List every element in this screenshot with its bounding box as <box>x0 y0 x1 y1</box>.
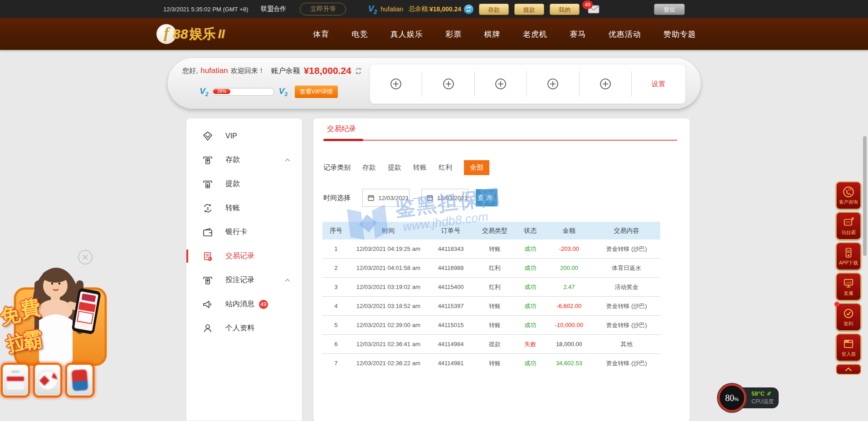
site-logo[interactable]: f 88 娱乐 II <box>156 24 224 44</box>
nav-item-horse-racing[interactable]: 赛马 <box>570 29 586 39</box>
logout-button[interactable]: 登出 <box>654 4 685 15</box>
refresh-account-balance-icon[interactable] <box>355 67 362 75</box>
search-button[interactable]: 查询 <box>476 189 497 206</box>
settings-link[interactable]: 设置 <box>632 80 685 88</box>
svg-text:24: 24 <box>848 188 852 191</box>
promo-slot-reels <box>1 363 94 397</box>
vip-detail-button[interactable]: 查看VIP详情 <box>295 85 338 98</box>
cell-amount: -6,602.00 <box>546 297 593 316</box>
check-in-button[interactable]: 签到 <box>836 303 861 331</box>
table-row: 3 12/03/2021 03:19:02 am 44115400 红利 成功 … <box>322 278 660 297</box>
cell-time: 12/03/2021 02:39:00 am <box>350 316 427 335</box>
filter-transfer[interactable]: 转账 <box>413 163 427 172</box>
nav-item-sponsorship[interactable]: 赞助专题 <box>663 29 696 39</box>
nav-item-esports[interactable]: 电竞 <box>351 29 368 39</box>
add-slot-button[interactable] <box>370 77 422 91</box>
logo-name: 娱乐 <box>189 25 215 43</box>
launcher-button[interactable]: 登入器 <box>836 333 861 362</box>
cell-seq: 5 <box>322 316 350 335</box>
scrollbar-thumb[interactable] <box>863 136 867 256</box>
cell-status: 成功 <box>515 354 546 373</box>
filter-all[interactable]: 全部 <box>464 160 489 175</box>
sidebar-item-site-messages[interactable]: 站内消息 49 <box>186 292 302 316</box>
cell-seq: 3 <box>322 278 350 297</box>
plus-circle-icon <box>599 77 612 91</box>
nav-item-promotions[interactable]: 优惠活动 <box>609 29 641 39</box>
leaf-icon <box>766 391 771 397</box>
browser-window-icon <box>843 338 854 350</box>
vip-level-icon: V2 <box>368 4 377 15</box>
nav-item-board-games[interactable]: 棋牌 <box>484 29 501 39</box>
sidebar-item-withdraw[interactable]: 提款 <box>186 172 302 196</box>
header-seq: 序号 <box>322 222 350 240</box>
withdraw-button[interactable]: 提款 <box>514 4 544 15</box>
play-slots-button[interactable]: 777 玩拉霸 <box>836 212 861 240</box>
sidebar-item-bank-card[interactable]: 银行卡 <box>186 220 302 244</box>
sidebar-item-profile[interactable]: 个人资料 <box>186 316 302 340</box>
add-slot-button[interactable] <box>580 77 631 91</box>
cell-order: 44116988 <box>427 259 474 278</box>
nav-menu: 体育 电竞 真人娱乐 彩票 棋牌 老虎机 赛马 优惠活动 赞助专题 <box>313 18 696 50</box>
vip-next-icon: V3 <box>278 87 287 97</box>
withdraw-icon <box>202 178 214 190</box>
table-row: 5 12/03/2021 02:39:00 am 44115015 转账 成功 … <box>322 316 660 335</box>
table-row: 6 12/03/2021 02:36:41 am 44114984 提款 失败 … <box>322 335 660 354</box>
cell-type: 红利 <box>474 278 515 297</box>
tab-transaction-records[interactable]: 交易纪录 <box>327 124 356 134</box>
sidebar-item-transaction-records[interactable]: 交易记录 <box>186 244 302 268</box>
cpu-temp-value: 58°C <box>751 390 765 397</box>
nav-item-live-casino[interactable]: 真人娱乐 <box>390 29 423 39</box>
tab-active-indicator <box>323 139 363 141</box>
sidebar-item-vip[interactable]: VIP <box>186 124 302 148</box>
sidebar-item-deposit[interactable]: 存款 <box>186 148 302 172</box>
message-count-badge: 49 <box>259 300 268 309</box>
filter-label: 记录类别 <box>323 163 351 172</box>
customer-service-button[interactable]: 24 客户咨询 <box>836 181 861 210</box>
chevron-up-icon <box>285 279 290 282</box>
cell-type: 转账 <box>474 354 515 373</box>
messages-mail-icon[interactable]: 49 <box>588 5 600 14</box>
nav-item-lottery[interactable]: 彩票 <box>445 29 462 39</box>
add-slot-button[interactable] <box>527 77 579 91</box>
app-download-button[interactable]: APP下载 <box>836 242 861 270</box>
add-slot-button[interactable] <box>475 77 527 91</box>
date-to-input[interactable]: 12/03/2021 <box>421 189 468 207</box>
main-nav-bar: f 88 娱乐 II 体育 电竞 真人娱乐 彩票 棋牌 老虎机 赛马 优惠活动 … <box>0 18 868 50</box>
logo-number: 88 <box>173 26 188 42</box>
phone-24-icon: 24 <box>843 186 854 198</box>
cell-amount: -203.00 <box>546 240 593 259</box>
cell-status: 成功 <box>515 316 546 335</box>
top-bar: 12/3/2021 5:35:02 PM (GMT +8) 联盟合作 立即升等 … <box>0 0 868 18</box>
notification-dot <box>834 302 839 307</box>
date-range-separator: – <box>414 194 417 201</box>
chevron-up-icon <box>285 158 290 162</box>
upgrade-button[interactable]: 立即升等 <box>300 3 346 15</box>
cell-seq: 7 <box>322 354 350 373</box>
alliance-link[interactable]: 联盟合作 <box>261 5 286 13</box>
refresh-balance-icon[interactable] <box>464 5 473 14</box>
filter-deposit[interactable]: 存款 <box>362 163 376 172</box>
betting-record-icon <box>202 274 214 286</box>
vip-progress-bar: 28% <box>212 88 274 96</box>
nav-item-slots[interactable]: 老虎机 <box>523 29 547 39</box>
plus-circle-icon <box>442 77 455 91</box>
svg-text:LIVE: LIVE <box>846 281 852 284</box>
filter-bonus[interactable]: 红利 <box>439 163 452 172</box>
sidebar-item-betting-records[interactable]: 投注记录 <box>186 268 302 292</box>
collapse-stack-button[interactable] <box>836 364 861 375</box>
welcome-username: hufatian <box>200 66 228 75</box>
cell-status: 成功 <box>515 278 546 297</box>
filter-withdraw[interactable]: 提款 <box>388 163 401 172</box>
cell-type: 提款 <box>474 335 515 354</box>
live-stream-button[interactable]: LIVE 直播 <box>836 273 861 301</box>
table-header-row: 序号 时间 订单号 交易类型 状态 金额 交易内容 <box>322 222 660 240</box>
mine-button[interactable]: 我的 <box>550 4 580 15</box>
deposit-button[interactable]: 存款 <box>479 4 509 15</box>
sidebar-item-transfer[interactable]: $ 转账 <box>186 196 302 220</box>
nav-item-sports[interactable]: 体育 <box>313 29 329 39</box>
deposit-icon <box>202 154 214 166</box>
add-slot-button[interactable] <box>422 77 474 91</box>
cell-content: 资金转移 (沙巴) <box>593 240 660 259</box>
date-from-input[interactable]: 12/03/2021 <box>362 189 410 207</box>
table-row: 7 12/03/2021 02:36:22 am 44114981 转账 成功 … <box>322 354 660 373</box>
